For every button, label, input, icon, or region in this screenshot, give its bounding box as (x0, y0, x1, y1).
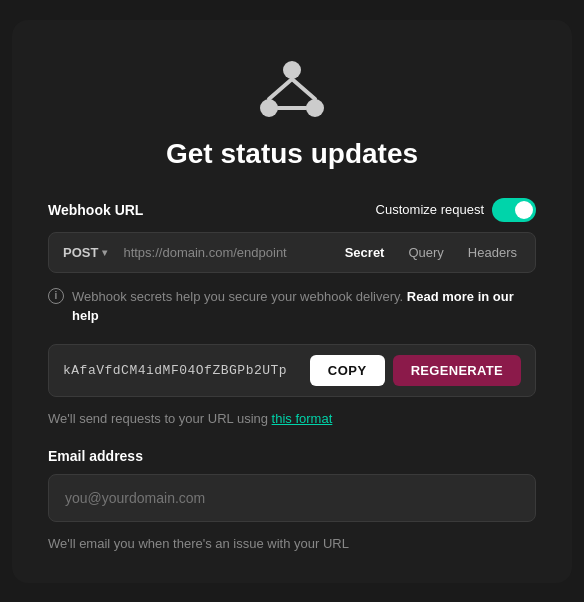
copy-button[interactable]: COPY (310, 355, 385, 386)
method-selector[interactable]: POST ▾ (63, 245, 107, 260)
secret-value: kAfaVfdCM4idMF04OfZBGPb2UTp (63, 363, 287, 378)
info-text: Webhook secrets help you secure your web… (72, 287, 536, 326)
email-label: Email address (48, 448, 536, 464)
method-label: POST (63, 245, 98, 260)
webhook-section-header: Webhook URL Customize request (48, 198, 536, 222)
logo-area (48, 60, 536, 120)
format-link[interactable]: this format (272, 411, 333, 426)
main-card: Get status updates Webhook URL Customize… (12, 20, 572, 583)
page-title: Get status updates (48, 138, 536, 170)
customize-label: Customize request (376, 202, 484, 217)
email-input-wrap[interactable] (48, 474, 536, 522)
customize-row: Customize request (376, 198, 536, 222)
tab-secret[interactable]: Secret (341, 243, 389, 262)
svg-point-2 (306, 99, 324, 117)
svg-point-1 (260, 99, 278, 117)
logo-icon (257, 60, 327, 120)
footer-note: We'll email you when there's an issue wi… (48, 536, 536, 551)
method-chevron-icon: ▾ (102, 247, 107, 258)
toggle-thumb (515, 201, 533, 219)
toggle-track (492, 198, 536, 222)
webhook-url-label: Webhook URL (48, 202, 143, 218)
email-input[interactable] (65, 490, 519, 506)
method-bar: POST ▾ https://domain.com/endpoint Secre… (48, 232, 536, 273)
customize-toggle[interactable] (492, 198, 536, 222)
secret-actions: COPY REGENERATE (310, 355, 521, 386)
format-text: We'll send requests to your URL using th… (48, 411, 536, 426)
tab-query[interactable]: Query (404, 243, 447, 262)
url-display[interactable]: https://domain.com/endpoint (123, 245, 324, 260)
tab-headers[interactable]: Headers (464, 243, 521, 262)
info-icon: i (48, 288, 64, 304)
svg-point-0 (283, 61, 301, 79)
regenerate-button[interactable]: REGENERATE (393, 355, 521, 386)
svg-line-4 (292, 79, 315, 99)
secret-row: kAfaVfdCM4idMF04OfZBGPb2UTp COPY REGENER… (48, 344, 536, 397)
info-row: i Webhook secrets help you secure your w… (48, 287, 536, 326)
svg-line-3 (269, 79, 292, 99)
